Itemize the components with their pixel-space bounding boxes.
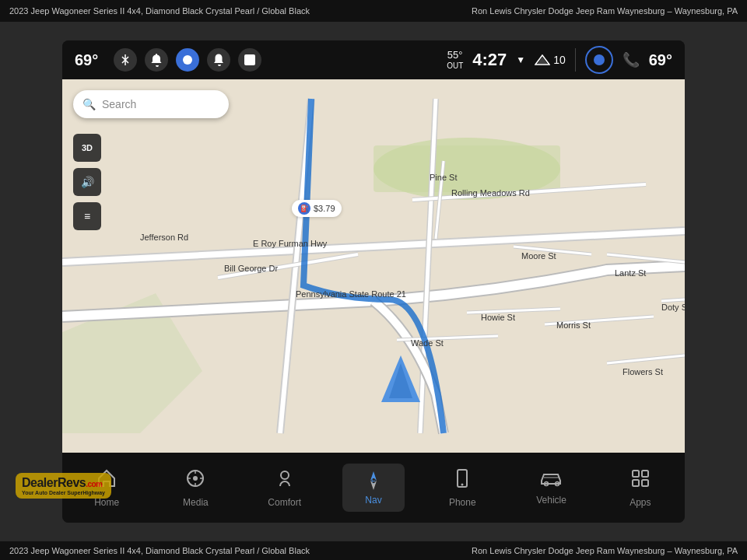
- status-icons: [114, 48, 437, 72]
- bottom-vehicle-info: 2023 Jeep Wagoneer Series II 4x4, Diamon…: [9, 546, 310, 555]
- nav-item-media[interactable]: Media: [164, 461, 226, 514]
- nav-label-apps: Apps: [630, 497, 651, 508]
- svg-text:Flowers St: Flowers St: [622, 367, 663, 376]
- nav-label-phone: Phone: [449, 497, 476, 508]
- nav-label-media: Media: [183, 497, 209, 508]
- svg-rect-60: [642, 480, 648, 486]
- main-content: 69°: [0, 22, 747, 541]
- svg-point-48: [193, 476, 198, 481]
- status-bar: 69°: [62, 40, 685, 79]
- nav-label-vehicle: Vehicle: [536, 495, 566, 506]
- svg-text:Howie St: Howie St: [481, 313, 515, 322]
- gas-price-marker: ⛽ $3.79: [292, 200, 342, 217]
- svg-text:E Roy Furman Hwy: E Roy Furman Hwy: [253, 239, 328, 248]
- gas-station-icon: ⛽: [298, 202, 310, 215]
- phone-nav-icon: [451, 467, 473, 494]
- nav-item-vehicle[interactable]: Vehicle: [521, 464, 583, 512]
- media-icon: [184, 467, 206, 494]
- top-caption-bar: 2023 Jeep Wagoneer Series II 4x4, Diamon…: [0, 0, 747, 22]
- apps-icon: [630, 467, 651, 494]
- menu-button[interactable]: ≡: [73, 202, 101, 230]
- top-vehicle-info: 2023 Jeep Wagoneer Series II 4x4, Diamon…: [9, 6, 310, 16]
- svg-text:Lantz St: Lantz St: [615, 268, 646, 278]
- mute-button[interactable]: 🔊: [73, 168, 101, 196]
- svg-text:Pine St: Pine St: [430, 173, 457, 182]
- svg-text:Moore St: Moore St: [521, 251, 556, 261]
- climate-icon[interactable]: [114, 48, 137, 72]
- svg-text:Jefferson Rd: Jefferson Rd: [140, 233, 188, 242]
- map-svg: Jefferson Rd E Roy Furman Hwy Bill Georg…: [62, 79, 685, 453]
- top-dealer-info: Ron Lewis Chrysler Dodge Jeep Ram Waynes…: [472, 6, 738, 16]
- svg-rect-59: [633, 480, 639, 486]
- temp-left: 69°: [75, 51, 98, 69]
- nav-label-comfort: Comfort: [268, 497, 301, 508]
- clock: 4:27: [472, 50, 507, 70]
- signal-info: 10: [535, 54, 566, 66]
- search-bar[interactable]: 🔍 Search: [73, 90, 229, 118]
- nav-item-comfort[interactable]: Comfort: [254, 461, 316, 514]
- settings-icon[interactable]: [238, 48, 261, 72]
- divider: [575, 48, 576, 72]
- voice-button[interactable]: [585, 46, 613, 74]
- svg-rect-1: [244, 54, 255, 65]
- bottom-dealer-info: Ron Lewis Chrysler Dodge Jeep Ram Waynes…: [472, 546, 738, 555]
- search-icon: 🔍: [82, 98, 96, 110]
- nav-item-nav[interactable]: E Nav: [342, 464, 405, 512]
- svg-text:Pennsylvania State Route 21: Pennsylvania State Route 21: [296, 289, 406, 299]
- nav-item-apps[interactable]: Apps: [609, 461, 672, 514]
- svg-text:Bill George Dr: Bill George Dr: [224, 264, 278, 273]
- search-placeholder: Search: [102, 98, 136, 110]
- svg-rect-57: [633, 471, 639, 477]
- 3d-toggle-button[interactable]: 3D: [73, 134, 101, 162]
- outside-temp: 55° OUT: [447, 49, 463, 71]
- nav-label-home: Home: [94, 497, 119, 508]
- dealerrevs-watermark: DealerRevs.com Your Auto Dealer SuperHig…: [16, 473, 111, 499]
- svg-point-0: [183, 55, 192, 65]
- map-area: Jefferson Rd E Roy Furman Hwy Bill Georg…: [62, 79, 685, 453]
- infotainment-screen: 69°: [62, 40, 685, 523]
- svg-text:Wade St: Wade St: [411, 338, 444, 348]
- gas-price: $3.79: [314, 204, 335, 213]
- nav-label-nav: Nav: [365, 495, 381, 506]
- map-controls: 3D 🔊 ≡: [73, 134, 101, 230]
- svg-line-31: [661, 299, 685, 301]
- svg-rect-4: [374, 145, 560, 192]
- svg-text:Doty S: Doty S: [661, 303, 685, 312]
- nav-compass-icon: E: [363, 470, 384, 492]
- notification-icon[interactable]: [145, 48, 168, 72]
- temp-right: 69°: [649, 51, 672, 69]
- nav-active-icon[interactable]: [176, 48, 199, 72]
- phone-icon[interactable]: 📞: [622, 51, 640, 68]
- svg-text:Morris St: Morris St: [556, 320, 591, 330]
- svg-point-54: [461, 484, 464, 486]
- svg-point-49: [281, 471, 289, 479]
- bell-icon[interactable]: [207, 48, 230, 72]
- svg-text:Rolling Meadows Rd: Rolling Meadows Rd: [451, 188, 530, 198]
- nav-bar: Home Media: [62, 453, 685, 523]
- nav-item-phone[interactable]: Phone: [431, 461, 493, 514]
- comfort-icon: [274, 467, 296, 494]
- vehicle-icon: [540, 470, 563, 492]
- bottom-caption-bar: 2023 Jeep Wagoneer Series II 4x4, Diamon…: [0, 541, 747, 560]
- svg-rect-58: [642, 471, 648, 477]
- clock-dropdown-icon: ▼: [516, 54, 525, 65]
